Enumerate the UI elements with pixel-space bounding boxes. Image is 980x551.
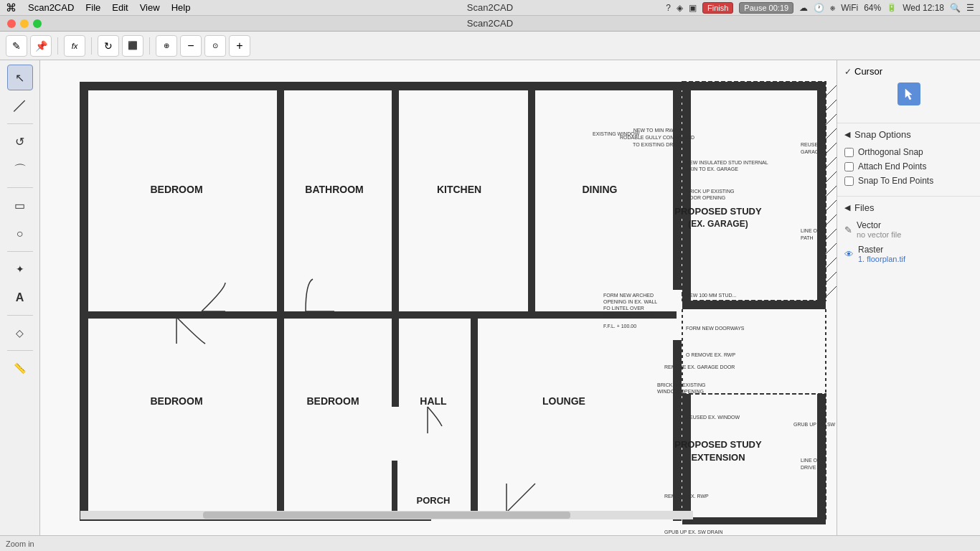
scrollbar-thumb[interactable]	[203, 512, 570, 519]
attach-end-points-label: Attach End Points	[858, 161, 926, 171]
svg-text:OPENING IN EX. WALL: OPENING IN EX. WALL	[603, 299, 657, 304]
svg-rect-9	[392, 82, 399, 311]
dropbox-icon[interactable]: ◈	[677, 3, 683, 13]
svg-rect-10	[528, 82, 535, 311]
help-menu[interactable]: Help	[171, 2, 191, 13]
split-btn[interactable]: ⬛	[122, 35, 143, 57]
orthogonal-snap-row: Orthogonal Snap	[844, 147, 973, 157]
svg-rect-18	[682, 82, 826, 90]
screen-icon[interactable]: ▣	[689, 3, 697, 13]
svg-text:NEW TO MIN RWP +: NEW TO MIN RWP +	[633, 128, 682, 133]
snap-to-end-points-checkbox[interactable]	[844, 176, 854, 186]
svg-rect-25	[682, 517, 826, 524]
lt-separator-3	[7, 251, 33, 252]
svg-text:WINDOW OPENING: WINDOW OPENING	[657, 389, 704, 394]
zoom-in-btn[interactable]: +	[229, 35, 250, 57]
svg-text:BRICK UP EXISTING: BRICK UP EXISTING	[686, 189, 735, 194]
maximize-button[interactable]	[33, 19, 42, 28]
app-title: Scan2CAD	[467, 18, 513, 29]
raster-file-row[interactable]: 👁 Raster 1. floorplan.tif	[844, 245, 973, 263]
minimize-button[interactable]	[20, 19, 29, 28]
toolbar: ✎ 📌 fx ↻ ⬛ ⊕ − ⊙ +	[0, 32, 980, 60]
search-icon[interactable]: 🔍	[950, 3, 961, 13]
refresh-btn[interactable]: ↻	[98, 35, 119, 57]
kitchen-label: KITCHEN	[437, 184, 481, 195]
svg-text:REMOVE EX. RWP: REMOVE EX. RWP	[664, 494, 709, 499]
zoom-in-level-btn[interactable]: ⊙	[204, 35, 226, 57]
line-tool[interactable]: │	[1, 88, 38, 125]
close-button[interactable]	[7, 19, 16, 28]
bluetooth-icon[interactable]: ⎈	[830, 3, 835, 13]
svg-rect-19	[682, 301, 826, 309]
cursor-section: ✓ Cursor	[837, 60, 980, 123]
svg-text:DRIVE: DRIVE	[801, 465, 816, 470]
svg-text:BRICK UP EXISTING: BRICK UP EXISTING	[657, 382, 706, 387]
battery-icon: 🔋	[887, 3, 897, 12]
canvas-area[interactable]: BEDROOM BATHROOM KITCHEN DINING BEDROOM …	[40, 60, 837, 535]
horizontal-scrollbar[interactable]	[80, 511, 693, 519]
edit-tool-btn[interactable]: ✎	[6, 35, 27, 57]
window-title: Scan2CAD	[467, 2, 513, 13]
finish-button[interactable]: Finish	[702, 2, 733, 14]
svg-rect-7	[80, 311, 677, 319]
pause-button[interactable]: Pause 00:19	[739, 2, 793, 14]
bathroom-label: BATHROOM	[305, 184, 363, 195]
svg-text:GARAGE: GARAGE	[801, 149, 822, 154]
orthogonal-snap-checkbox[interactable]	[844, 148, 854, 157]
svg-text:NEW INSULATED STUD INTERNAL: NEW INSULATED STUD INTERNAL	[686, 160, 768, 165]
zoom-fit-btn[interactable]: ⊕	[156, 35, 177, 57]
svg-text:REMOVE EX. GARAGE DOOR: REMOVE EX. GARAGE DOOR	[664, 364, 735, 369]
cursor-label: Cursor	[854, 66, 882, 77]
svg-text:REUSE: REUSE	[801, 142, 818, 147]
app-name-menu[interactable]: Scan2CAD	[28, 2, 74, 13]
question-icon[interactable]: ?	[666, 3, 671, 13]
circle-tool[interactable]: ○	[7, 221, 33, 247]
apple-menu[interactable]: ⌘	[6, 1, 17, 14]
files-section: ◀ Files ✎ Vector no vector file 👁 Raster…	[837, 197, 980, 275]
left-toolbar: ↖ │ ↺ ⌒ ▭ ○ ✦ A ◇ 📏	[0, 60, 40, 535]
files-arrow-icon: ◀	[844, 203, 850, 212]
file-menu[interactable]: File	[85, 2, 100, 13]
proposed-study-garage-label: (EX. GARAGE)	[688, 219, 748, 229]
svg-text:LINE OF: LINE OF	[801, 228, 820, 233]
eraser-tool[interactable]: ◇	[7, 320, 33, 346]
svg-text:NEW 100 MM STUD...: NEW 100 MM STUD...	[686, 293, 736, 298]
view-menu[interactable]: View	[140, 2, 160, 13]
hall-label: HALL	[420, 395, 447, 407]
list-icon[interactable]: ☰	[966, 3, 974, 13]
lt-separator-2	[7, 187, 33, 188]
svg-rect-8	[277, 82, 284, 311]
menu-bar: ⌘ Scan2CAD File Edit View Help Scan2CAD …	[0, 0, 980, 16]
lt-separator-5	[7, 350, 33, 351]
zoom-out-btn[interactable]: −	[180, 35, 202, 57]
datetime: Wed 12:18	[903, 3, 944, 13]
arc-tool[interactable]: ⌒	[7, 157, 33, 183]
rectangle-tool[interactable]: ▭	[7, 192, 33, 218]
attach-end-points-checkbox[interactable]	[844, 162, 854, 171]
title-bar: Scan2CAD	[0, 16, 980, 32]
ruler-tool[interactable]: 📏	[7, 355, 33, 381]
edit-menu[interactable]: Edit	[112, 2, 128, 13]
svg-text:TO EXISTING DRAIN: TO EXISTING DRAIN	[633, 142, 682, 147]
svg-text:GRUB UP EX. SW DRAIN: GRUB UP EX. SW DRAIN	[793, 422, 837, 427]
star-tool[interactable]: ✦	[7, 256, 33, 282]
text-tool[interactable]: A	[7, 285, 33, 311]
bedroom3-label: BEDROOM	[306, 395, 359, 407]
vector-file-row: ✎ Vector no vector file	[844, 220, 973, 239]
pin-tool-btn[interactable]: 📌	[30, 35, 52, 57]
undo-tool[interactable]: ↺	[7, 128, 33, 154]
wifi-icon[interactable]: WiFi	[841, 3, 858, 13]
attach-end-points-row: Attach End Points	[844, 161, 973, 171]
formula-tool-btn[interactable]: fx	[64, 35, 85, 57]
time-machine-icon[interactable]: 🕐	[814, 3, 824, 13]
svg-marker-84	[905, 89, 912, 100]
checkmark-icon: ✓	[844, 67, 852, 77]
right-panel: ✓ Cursor ◀ Snap Options Orthog	[837, 60, 980, 535]
select-tool[interactable]: ↖	[7, 65, 33, 90]
svg-rect-4	[80, 82, 88, 521]
svg-text:PATH: PATH	[801, 235, 814, 240]
no-vector-label: no vector file	[857, 230, 901, 239]
cloud-icon[interactable]: ☁	[799, 3, 808, 13]
snap-to-end-points-row: Snap To End Points	[844, 176, 973, 186]
snap-cursor-btn[interactable]	[897, 83, 920, 105]
